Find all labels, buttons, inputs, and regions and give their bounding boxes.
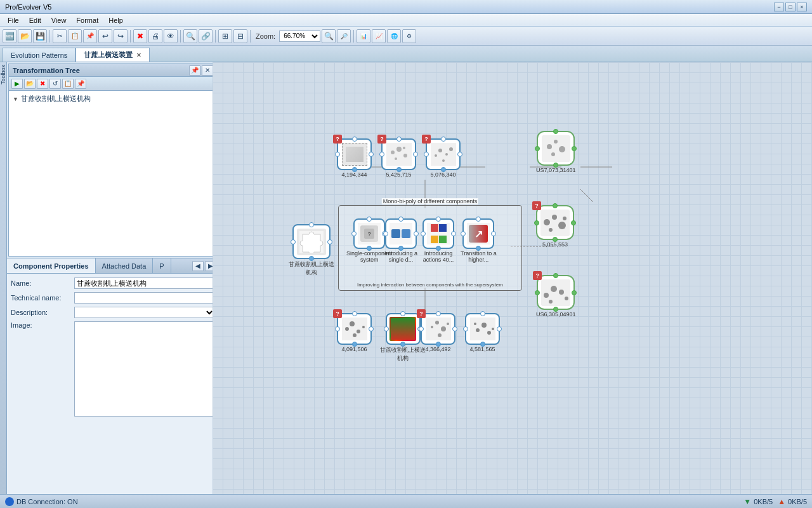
tb-prop1[interactable]: 📊 (357, 29, 370, 43)
tabs: Evolution Patterns 甘蔗上横送装置 ✕ (0, 46, 812, 62)
tb-prop3[interactable]: 🌐 (387, 29, 401, 43)
sep1 (49, 30, 50, 43)
menu-help[interactable]: Help (103, 16, 128, 25)
toolbox-label[interactable]: Toolbox (0, 64, 6, 86)
node-intro-single[interactable]: Introducing asingle d... (384, 218, 417, 263)
node-1[interactable]: ? 4,194,344 (337, 138, 372, 178)
name-input[interactable] (74, 277, 215, 289)
node-transition[interactable]: ↗ Transition to ahigher... (461, 218, 497, 263)
prop-nav-prev[interactable]: ◀ (192, 261, 204, 271)
tb-zoom-out[interactable]: 🔎 (337, 29, 351, 43)
main-area: Toolbox Transformation Tree 📌 ✕ ▶ 📂 ✖ ↺ (0, 62, 812, 494)
tb-prop4[interactable]: ⚙ (402, 29, 416, 43)
tree-pin[interactable]: 📌 (189, 65, 200, 76)
svg-point-16 (435, 154, 437, 157)
tb-layout[interactable]: ⊟ (233, 29, 247, 43)
svg-point-50 (438, 333, 442, 337)
image-label: Image: (11, 321, 74, 329)
minimize-button[interactable]: − (774, 3, 784, 11)
left-panel: Transformation Tree 📌 ✕ ▶ 📂 ✖ ↺ 📋 📌 (7, 62, 219, 494)
node-4[interactable]: US7,073,31401 (536, 131, 576, 173)
svg-point-42 (357, 330, 360, 333)
svg-point-49 (447, 323, 449, 325)
tab-sugarcane[interactable]: 甘蔗上横送装置 ✕ (75, 48, 150, 62)
svg-point-25 (551, 152, 555, 156)
tree-tb-paste[interactable]: 📌 (75, 79, 86, 89)
tb-preview[interactable]: 👁 (164, 29, 178, 43)
db-status-text: DB Connection: ON (16, 498, 78, 505)
property-tabs: Component Properties Attached Data P ◀ ▶ (7, 258, 219, 274)
property-content: Name: Technical name: Description: (7, 274, 219, 494)
tb-find[interactable]: 🔍 (183, 29, 197, 43)
db-icon (5, 497, 14, 506)
tab-component-properties[interactable]: Component Properties (7, 258, 96, 273)
svg-point-47 (435, 321, 439, 324)
tb-copy[interactable]: 📋 (68, 29, 82, 43)
svg-rect-9 (386, 143, 412, 166)
tb-redo[interactable]: ↪ (114, 29, 128, 43)
tree-tb-open[interactable]: 📂 (24, 79, 36, 89)
description-select[interactable] (74, 307, 215, 318)
tab-attached-data[interactable]: Attached Data (96, 258, 154, 273)
node-2-label: 5,425,715 (386, 171, 411, 178)
download-label: 0KB/5 (754, 498, 773, 505)
svg-point-55 (474, 323, 476, 325)
sep4 (215, 30, 216, 43)
node-puzzle[interactable]: 甘蔗收割机上横送机构 (286, 224, 337, 277)
menu-edit[interactable]: Edit (24, 16, 46, 25)
tb-new[interactable]: 🆕 (3, 29, 16, 43)
tab-evolution-patterns[interactable]: Evolution Patterns (3, 48, 75, 62)
svg-point-43 (362, 326, 365, 328)
tb-open[interactable]: 📂 (18, 29, 32, 43)
tree-tb-copy[interactable]: 📋 (62, 79, 74, 89)
menu-view[interactable]: View (46, 16, 72, 25)
tree-close[interactable]: ✕ (202, 65, 213, 76)
svg-point-12 (403, 154, 407, 157)
menu-format[interactable]: Format (71, 16, 103, 25)
node-b1[interactable]: ? (337, 313, 372, 352)
node-b3[interactable]: ? (421, 313, 455, 352)
svg-point-18 (445, 153, 448, 156)
q-badge-3: ? (422, 135, 431, 144)
tree-tb-add[interactable]: ▶ (11, 79, 23, 89)
download-arrow-icon: ▼ (743, 497, 751, 506)
tb-cut[interactable]: ✂ (53, 29, 67, 43)
svg-point-38 (549, 300, 553, 304)
tb-prop2[interactable]: 📈 (372, 29, 386, 43)
node-intro-action[interactable]: Introducingactions 40... (422, 218, 454, 263)
node-2[interactable]: ? (381, 138, 416, 178)
node-b4[interactable]: 4,581,565 (465, 313, 500, 352)
window-controls: − □ × (774, 3, 807, 11)
upload-arrow-icon: ▲ (778, 497, 785, 506)
node-6-right[interactable]: ? (536, 275, 576, 318)
q-badge-1: ? (333, 135, 342, 144)
tb-print[interactable]: 🖨 (148, 29, 162, 43)
tree-tb-del[interactable]: ✖ (37, 79, 48, 89)
tree-tb-refresh[interactable]: ↺ (49, 79, 61, 89)
zoom-select[interactable]: 66.70% 25% 50% 100% (279, 30, 320, 42)
node-b1-label: 4,091,506 (341, 346, 367, 352)
maximize-button[interactable]: □ (785, 3, 796, 11)
tb-grid[interactable]: ⊞ (218, 29, 232, 43)
tb-undo[interactable]: ↩ (98, 29, 112, 43)
tb-link[interactable]: 🔗 (199, 29, 213, 43)
tb-del[interactable]: ✖ (133, 29, 147, 43)
close-button[interactable]: × (797, 3, 807, 11)
tech-name-input[interactable] (74, 292, 215, 304)
tb-paste[interactable]: 📌 (83, 29, 97, 43)
node-6r-label: US6,305,04901 (536, 311, 576, 318)
tab-p[interactable]: P (153, 258, 171, 273)
svg-point-11 (396, 147, 402, 152)
svg-point-36 (559, 290, 564, 295)
tb-zoom-in[interactable]: 🔍 (322, 29, 336, 43)
db-connection-status: DB Connection: ON (5, 497, 78, 506)
canvas-area[interactable]: ? 4,194,344 ? (213, 62, 812, 494)
tech-name-label: Technical name: (11, 294, 74, 302)
tab-close-icon[interactable]: ✕ (136, 52, 141, 58)
menu-file[interactable]: File (3, 16, 24, 25)
node-3[interactable]: ? (426, 138, 461, 178)
node-5-right[interactable]: ? (536, 205, 574, 248)
tb-save[interactable]: 💾 (33, 29, 47, 43)
tree-root-item[interactable]: ▼ 甘蔗收割机上横送机构 (11, 93, 214, 104)
svg-point-56 (492, 328, 494, 330)
